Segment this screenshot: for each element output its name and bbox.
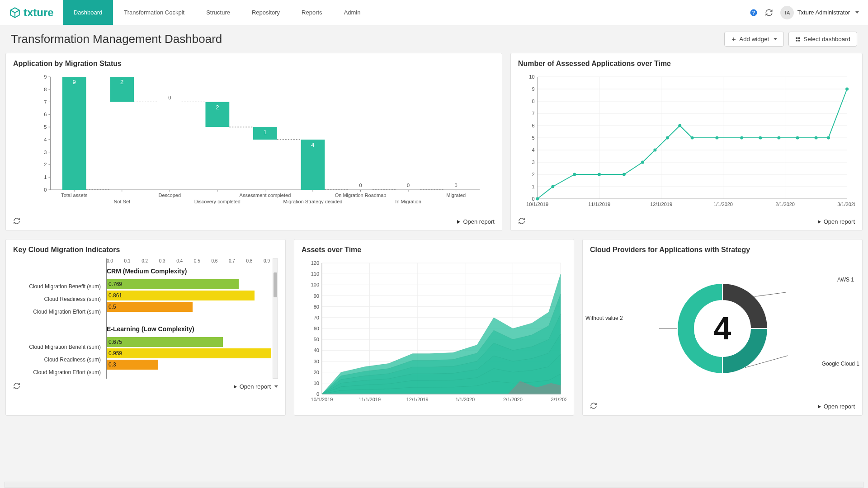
open-report-link[interactable]: Open report (816, 403, 855, 410)
svg-text:2: 2 (532, 172, 534, 177)
indicator-scale: 0.00.10.20.30.40.50.60.70.80.9 (107, 258, 270, 264)
topbar: txture Dashboard Transformation Cockpit … (0, 0, 868, 25)
play-icon (456, 219, 461, 225)
play-icon (816, 404, 822, 409)
svg-point-116 (759, 136, 762, 140)
svg-text:1: 1 (532, 184, 534, 189)
svg-text:20: 20 (314, 370, 319, 375)
indicator-bar: 0.959 (107, 348, 271, 358)
svg-text:7: 7 (532, 111, 534, 116)
svg-text:100: 100 (311, 282, 319, 287)
chevron-down-icon (855, 11, 859, 14)
indicator-group-title: CRM (Medium Complexity) (107, 264, 270, 278)
brand-logo[interactable]: txture (0, 6, 63, 19)
svg-text:8: 8 (44, 87, 47, 92)
svg-text:11/1/2019: 11/1/2019 (588, 202, 610, 207)
nav-transformation-cockpit[interactable]: Transformation Cockpit (113, 0, 195, 25)
nav-admin[interactable]: Admin (333, 0, 372, 25)
svg-text:1/1/2020: 1/1/2020 (713, 202, 733, 207)
svg-point-117 (777, 136, 780, 140)
svg-text:0: 0 (407, 183, 410, 188)
user-menu[interactable]: TA Txture Administrator (780, 6, 859, 19)
svg-text:3/1/2020: 3/1/2020 (837, 202, 855, 207)
svg-text:10: 10 (529, 74, 534, 80)
dashboard-row-2: Key Cloud Migration Indicators x Cloud M… (0, 231, 868, 416)
card-title: Application by Migration Status (13, 60, 495, 68)
open-report-link[interactable]: Open report (232, 383, 278, 390)
indicators-scrollbar[interactable] (273, 258, 278, 379)
svg-text:12/1/2019: 12/1/2019 (406, 397, 429, 402)
refresh-icon[interactable] (590, 402, 597, 411)
card-assets-over-time: Assets over Time 01020304050607080901001… (294, 239, 574, 416)
svg-text:4: 4 (311, 141, 314, 148)
refresh-icon[interactable] (13, 382, 20, 391)
add-widget-button[interactable]: Add widget (724, 32, 784, 47)
card-title: Cloud Providers for Applications with St… (590, 246, 855, 254)
nav-repository[interactable]: Repository (241, 0, 291, 25)
svg-text:Total assets: Total assets (61, 192, 88, 198)
open-report-link[interactable]: Open report (816, 218, 855, 225)
donut-label-without: Without value 2 (585, 315, 623, 321)
svg-text:In Migration: In Migration (395, 199, 421, 204)
avatar: TA (780, 6, 794, 19)
card-title: Number of Assessed Applications over Tim… (518, 60, 855, 68)
svg-text:Migration Strategy decided: Migration Strategy decided (283, 199, 343, 204)
svg-text:0: 0 (168, 95, 171, 100)
svg-text:120: 120 (311, 260, 319, 266)
svg-text:0: 0 (455, 183, 458, 188)
donut-chart: 4 AWS 1 Google Cloud 1 Without value 2 (590, 258, 855, 399)
svg-text:30: 30 (314, 359, 319, 364)
svg-text:1: 1 (264, 129, 267, 136)
svg-text:2/1/2020: 2/1/2020 (503, 397, 523, 402)
svg-text:3: 3 (44, 150, 47, 155)
svg-text:?: ? (752, 9, 755, 15)
svg-text:50: 50 (314, 337, 319, 342)
svg-text:2: 2 (44, 162, 47, 167)
select-dashboard-button[interactable]: Select dashboard (788, 32, 857, 47)
svg-text:On Migration Roadmap: On Migration Roadmap (335, 192, 387, 198)
horizontal-scrollbar[interactable] (5, 482, 863, 488)
svg-text:1: 1 (44, 174, 47, 180)
svg-text:Not Set: Not Set (113, 199, 130, 204)
nav-reports[interactable]: Reports (291, 0, 333, 25)
donut-label-google: Google Cloud 1 (822, 361, 859, 367)
svg-point-104 (536, 197, 539, 201)
indicators-body: x Cloud Migration Benefit (sum) Cloud Re… (13, 258, 278, 379)
card-title: Assets over Time (302, 246, 566, 254)
refresh-icon[interactable] (518, 217, 525, 226)
assets-area-chart: 010203040506070809010011012010/1/201911/… (302, 258, 566, 408)
svg-point-110 (653, 149, 656, 152)
svg-text:5: 5 (532, 135, 534, 141)
page-header: Transformation Management Dashboard Add … (0, 25, 868, 53)
svg-text:5: 5 (44, 124, 47, 130)
indicator-bar: 0.3 (107, 360, 158, 370)
header-actions: Add widget Select dashboard (724, 32, 857, 47)
svg-point-106 (573, 173, 576, 176)
indicator-bar: 0.5 (107, 302, 193, 312)
svg-text:110: 110 (311, 271, 319, 277)
refresh-icon[interactable] (13, 217, 20, 226)
svg-rect-28 (62, 77, 86, 190)
svg-text:Discovery completed: Discovery completed (194, 199, 241, 204)
svg-point-108 (623, 173, 626, 176)
svg-point-111 (666, 136, 669, 140)
user-name: Txture Administrator (797, 9, 850, 16)
svg-text:10/1/2019: 10/1/2019 (526, 202, 548, 207)
svg-text:Migrated: Migrated (446, 192, 466, 198)
refresh-icon[interactable] (765, 9, 773, 17)
svg-text:6: 6 (532, 123, 534, 128)
open-report-link[interactable]: Open report (456, 218, 494, 225)
indicator-bar: 0.675 (107, 337, 223, 347)
indicator-bars: 0.00.10.20.30.40.50.60.70.80.9 CRM (Medi… (106, 258, 270, 379)
nav-structure[interactable]: Structure (195, 0, 241, 25)
help-icon[interactable]: ? (750, 9, 758, 17)
nav-dashboard[interactable]: Dashboard (63, 0, 113, 25)
svg-text:8: 8 (532, 99, 534, 104)
svg-point-115 (740, 136, 743, 140)
card-indicators: Key Cloud Migration Indicators x Cloud M… (5, 239, 286, 416)
indicator-bar: 0.861 (107, 291, 255, 300)
donut-center-value: 4 (714, 310, 731, 347)
svg-text:9: 9 (44, 74, 47, 80)
svg-text:0: 0 (359, 183, 362, 188)
chevron-down-icon (774, 38, 777, 40)
